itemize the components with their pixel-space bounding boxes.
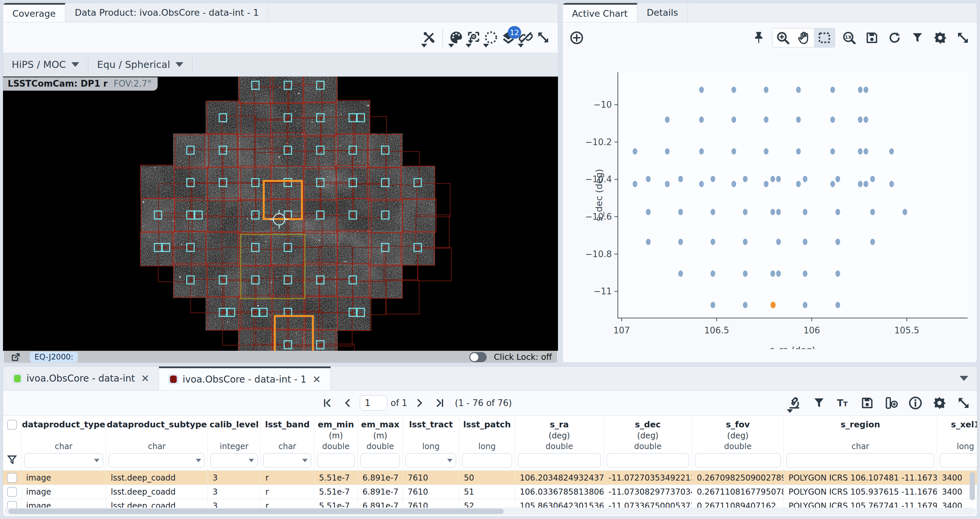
select-all-checkbox[interactable] <box>7 420 17 430</box>
vertical-scrollbar[interactable] <box>970 472 975 500</box>
table-cell-em_max[interactable]: 6.891e-7 <box>358 499 403 508</box>
table-cell-s_ra[interactable]: 106.03367858138067 <box>515 485 604 498</box>
table-cell-s_fov[interactable]: 0.2671108167795078 <box>692 485 784 498</box>
table-cell-lsst_band[interactable]: r <box>261 471 314 484</box>
lasso-icon[interactable] <box>482 28 500 47</box>
table-row[interactable]: imagelsst.deep_coadd3r5.51e-76.891e-7761… <box>3 471 977 485</box>
tab-active-chart[interactable]: Active Chart <box>563 3 637 22</box>
save-icon[interactable] <box>859 394 876 412</box>
coverage-sky-view[interactable]: LSSTComCam: DP1 r FOV:2.7° <box>3 76 558 351</box>
column-filter-input[interactable] <box>606 453 689 468</box>
table-cell-dataproduct_type[interactable]: image <box>21 471 106 484</box>
expand-icon[interactable] <box>954 29 972 47</box>
settings-icon[interactable] <box>931 29 949 47</box>
column-name[interactable]: em_max <box>361 420 399 431</box>
column-filter-input[interactable] <box>695 453 781 468</box>
table-cell-lsst_tract[interactable]: 7610 <box>403 471 459 484</box>
table-cell-s_region[interactable]: POLYGON ICRS 106.107481 -11.167368 10 <box>784 471 937 484</box>
zoom-in-icon[interactable] <box>773 29 793 47</box>
column-filter-input[interactable] <box>361 453 400 468</box>
filter-row-icon[interactable] <box>6 453 18 468</box>
filter-icon[interactable] <box>909 29 926 47</box>
unlink-icon[interactable] <box>517 28 535 47</box>
column-name[interactable]: lsst_tract <box>409 420 453 431</box>
table-cell-calib_level[interactable]: 3 <box>208 499 261 508</box>
row-checkbox[interactable] <box>7 501 17 509</box>
first-page-icon[interactable] <box>318 394 336 412</box>
layers-icon[interactable]: 12 <box>500 28 517 47</box>
table-cell-s_region[interactable]: POLYGON ICRS 105.937615 -11.167696 10 <box>784 485 937 498</box>
table-cell-em_max[interactable]: 6.891e-7 <box>358 471 403 484</box>
column-header-em_min[interactable]: em_min (m) double <box>314 416 358 470</box>
table-cell-em_min[interactable]: 5.51e-7 <box>314 471 358 484</box>
row-checkbox[interactable] <box>7 473 17 483</box>
filter-icon[interactable] <box>810 394 828 412</box>
column-filter-select[interactable] <box>210 453 258 468</box>
table-cell-lsst_patch[interactable]: 52 <box>459 499 515 508</box>
table-cell-s_ra[interactable]: 105.86306423015366 <box>515 499 604 508</box>
table-cell-lsst_band[interactable]: r <box>261 485 314 498</box>
analyze-icon[interactable] <box>786 394 803 412</box>
table-cell-s_dec[interactable]: -11.073367500053775 <box>604 499 692 508</box>
column-name[interactable]: s_fov <box>726 420 750 431</box>
hips-moc-dropdown[interactable]: HiPS / MOC <box>3 59 88 70</box>
table-cell-s_xel1[interactable]: 3400 <box>937 499 977 508</box>
table-tab-obscore-1[interactable]: ivoa.ObsCore - data-int - 1 ✕ <box>159 367 330 390</box>
pin-icon[interactable] <box>749 29 767 47</box>
table-cell-em_min[interactable]: 5.51e-7 <box>314 485 358 498</box>
table-cell-em_max[interactable]: 6.891e-7 <box>358 485 403 498</box>
info-icon[interactable] <box>907 394 924 412</box>
palette-icon[interactable] <box>447 28 465 47</box>
column-name[interactable]: s_ra <box>550 420 569 431</box>
settings-icon[interactable] <box>931 394 948 412</box>
table-cell-em_min[interactable]: 5.51e-7 <box>314 499 358 508</box>
column-filter-select[interactable] <box>109 453 205 468</box>
column-header-lsst_tract[interactable]: lsst_tract long <box>403 416 459 470</box>
column-header-s_region[interactable]: s_region char <box>784 416 937 470</box>
restore-icon[interactable] <box>886 29 904 47</box>
scatter-chart[interactable]: 107106.5106105.5−10−10.2−10.4−10.6−10.8−… <box>563 53 977 349</box>
table-cell-s_fov[interactable]: 0.26709825090027894 <box>692 471 784 484</box>
table-panel-collapse-caret[interactable] <box>959 376 968 381</box>
expand-icon[interactable] <box>535 28 552 47</box>
table-row[interactable]: imagelsst.deep_coadd3r5.51e-76.891e-7761… <box>3 499 977 508</box>
column-filter-select[interactable] <box>263 453 311 468</box>
table-cell-dataproduct_type[interactable]: image <box>21 499 106 508</box>
horizontal-scrollbar[interactable] <box>4 508 976 515</box>
close-icon[interactable]: ✕ <box>141 373 149 384</box>
table-cell-s_dec[interactable]: -11.072703534922137 <box>604 471 692 484</box>
column-filter-input[interactable] <box>317 453 355 468</box>
recenter-icon[interactable] <box>465 28 482 47</box>
row-checkbox[interactable] <box>7 487 17 497</box>
table-cell-s_fov[interactable]: 0.26711089407162 <box>692 499 784 508</box>
close-icon[interactable]: ✕ <box>313 373 321 385</box>
save-icon[interactable] <box>863 29 881 47</box>
expand-icon[interactable] <box>955 394 972 412</box>
column-name[interactable]: calib_level <box>210 420 259 431</box>
click-lock-toggle[interactable] <box>469 352 487 362</box>
zoom-1x-icon[interactable]: 1X <box>840 29 858 47</box>
column-header-calib_level[interactable]: calib_level integer <box>208 416 261 470</box>
column-name[interactable]: dataproduct_subtype <box>107 420 207 431</box>
table-cell-dataproduct_subtype[interactable]: lsst.deep_coadd <box>106 485 208 498</box>
next-page-icon[interactable] <box>410 394 428 412</box>
column-header-s_xel1[interactable]: s_xel1 long <box>937 416 977 470</box>
table-cell-calib_level[interactable]: 3 <box>208 471 261 484</box>
tab-details[interactable]: Details <box>637 3 688 22</box>
table-row[interactable]: imagelsst.deep_coadd3r5.51e-76.891e-7761… <box>3 485 977 499</box>
column-header-em_max[interactable]: em_max (m) double <box>358 416 403 470</box>
table-cell-s_ra[interactable]: 106.2034824932437 <box>515 471 604 484</box>
column-filter-input[interactable] <box>786 453 934 468</box>
column-header-s_fov[interactable]: s_fov (deg) double <box>692 416 784 470</box>
tools-icon[interactable] <box>420 28 438 47</box>
pan-icon[interactable] <box>793 29 814 47</box>
column-name[interactable]: em_min <box>318 420 354 431</box>
column-header-lsst_band[interactable]: lsst_band char <box>261 416 314 470</box>
column-header-dataproduct_subtype[interactable]: dataproduct_subtype char <box>106 416 208 470</box>
table-cell-s_region[interactable]: POLYGON ICRS 105.767741 -11.167920 10 <box>784 499 937 508</box>
column-header-lsst_patch[interactable]: lsst_patch long <box>459 416 515 470</box>
column-name[interactable]: s_xel1 <box>951 420 977 431</box>
column-header-s_dec[interactable]: s_dec (deg) double <box>604 416 692 470</box>
table-cell-calib_level[interactable]: 3 <box>208 485 261 498</box>
column-name[interactable]: s_dec <box>635 420 661 431</box>
